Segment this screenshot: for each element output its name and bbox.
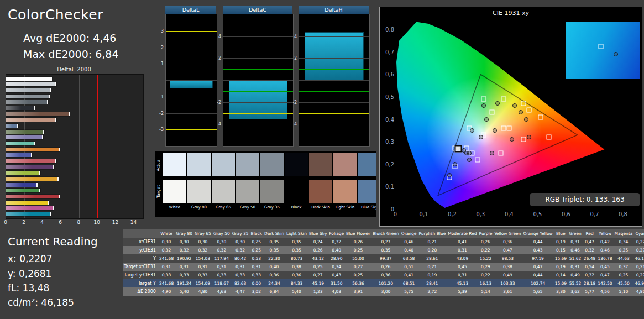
axis-tick: 3 [161, 28, 164, 33]
target-row-label: Target [156, 180, 163, 203]
gridline [166, 80, 217, 81]
axis-tick: 0,1 [385, 184, 394, 190]
gridline [299, 91, 369, 92]
patch-swatch-actual [163, 153, 186, 176]
deltae-bar [6, 212, 51, 216]
deltah-plot[interactable] [299, 14, 370, 147]
deltae-bar [6, 206, 54, 210]
gridline [299, 48, 369, 48]
table-row[interactable]: y:CIE310,320,320,320,320,320,250,350,350… [123, 246, 644, 254]
measured-marker [495, 101, 500, 106]
gridline [223, 102, 293, 103]
axis-tick: 4 [294, 34, 297, 39]
gridline [223, 91, 293, 92]
gridline [299, 69, 369, 70]
patch-swatch-actual [212, 153, 235, 176]
target-marker [538, 114, 543, 119]
table-row[interactable]: x:CIE310,300,300,300,300,300,250,350,350… [123, 238, 644, 246]
axis-tick: 2 [161, 45, 164, 50]
current-reading-marker [454, 145, 462, 153]
axis-tick: 12 [112, 219, 118, 225]
axis-tick: 0,5 [385, 94, 394, 100]
deltae-bar [6, 153, 32, 157]
target-marker [481, 97, 486, 102]
deltae-bar [6, 130, 44, 134]
patch-label: Gray 35 [260, 205, 284, 210]
gridline [299, 80, 369, 81]
column-header: Cyan [633, 229, 644, 238]
patch-swatch-actual [309, 153, 332, 176]
threshold-line [97, 75, 98, 218]
axis-tick: 4 [40, 219, 44, 225]
axis-tick: 8 [77, 219, 80, 225]
gridline [223, 69, 293, 70]
axis-tick: 0,2 [385, 161, 394, 167]
column-header: Dark Skin [263, 229, 285, 238]
column-header: Yellow Green [493, 229, 522, 238]
current-reading-fl: fL: 13,48 [8, 283, 49, 294]
measured-marker [484, 117, 489, 122]
measured-marker [447, 173, 452, 177]
deltae-bar [6, 148, 60, 151]
gridline [299, 113, 369, 114]
deltal-chart[interactable]: DeltaL 321-1-2-3 [156, 6, 217, 147]
measured-marker [470, 128, 474, 133]
target-marker [475, 157, 480, 162]
results-table[interactable]: WhiteGray 80Gray 65Gray 50Gray 35BlackDa… [123, 229, 644, 296]
measured-marker [479, 135, 483, 139]
deltae-x-axis: 02468101214 [6, 219, 143, 226]
axis-tick: 0,2 [448, 211, 457, 217]
deltal-plot[interactable] [165, 14, 217, 147]
deltac-chart[interactable]: DeltaC 42-2-4 [214, 6, 294, 147]
column-header: Moderate Red [447, 229, 478, 238]
table-row[interactable]: Target y:CIE310,330,330,330,330,330,330,… [123, 271, 644, 279]
axis-tick: 0,6 [385, 71, 394, 77]
gridline [299, 36, 369, 37]
deltae-plot[interactable] [6, 74, 144, 219]
table-row[interactable]: Target x:CIE310,310,310,310,310,310,310,… [123, 263, 644, 271]
axis-tick: 0,8 [619, 211, 627, 217]
deltae-bar [6, 183, 38, 187]
axis-tick: -2 [159, 111, 164, 116]
cie-panel[interactable]: CIE 1931 xy 0,80,70,60,50,40,30,20,10 00… [379, 7, 642, 227]
patch-swatch-actual [187, 153, 211, 176]
max-de2000-readout: Max dE2000: 6,84 [23, 48, 118, 60]
axis-tick: 2 [218, 56, 221, 61]
deltae-bar [6, 124, 18, 128]
cie-title: CIE 1931 xy [380, 9, 642, 17]
axis-tick: 0,4 [505, 211, 514, 217]
patch-row-target [163, 180, 376, 203]
axis-tick: -2 [292, 100, 297, 104]
table-row[interactable]: Y241,68190,92154,03117,9480,420,5322,308… [123, 254, 644, 263]
gridline [299, 58, 369, 59]
axis-tick: -2 [217, 100, 221, 104]
patch-swatch-target [212, 180, 235, 203]
column-header: Blue [554, 229, 568, 238]
patch-label: Gray 80 [187, 205, 211, 210]
gridline [223, 80, 293, 81]
gridline [166, 48, 217, 48]
deltac-plot[interactable] [223, 14, 294, 147]
patch-label: Dark Skin [309, 205, 332, 210]
page-title: ColorChecker [8, 7, 103, 23]
axis-tick: 1 [161, 61, 164, 66]
table-row[interactable]: ΔE 20004,905,404,804,634,473,026,845,401… [123, 287, 644, 296]
target-marker [501, 125, 506, 130]
gridline [223, 124, 293, 124]
axis-tick: 0,6 [562, 211, 570, 217]
axis-tick: 0,7 [590, 211, 599, 217]
patch-swatch-target [260, 180, 284, 203]
patch-swatch-actual [285, 153, 308, 176]
column-header: Purple [478, 229, 494, 238]
table-row[interactable]: Target Y241,68191,24154,09118,6782,630,0… [123, 279, 644, 287]
deltae-bar [6, 135, 43, 139]
measured-marker [493, 128, 497, 133]
deltae-bar [6, 177, 59, 181]
column-header: White [158, 229, 175, 238]
deltah-chart[interactable]: DeltaH 42-2-4 [290, 6, 370, 147]
gamut-triangle [438, 75, 577, 196]
deltae-bars [6, 75, 143, 218]
deltae-bar [6, 201, 49, 205]
measured-marker [524, 117, 528, 122]
column-header: Black [250, 229, 263, 238]
